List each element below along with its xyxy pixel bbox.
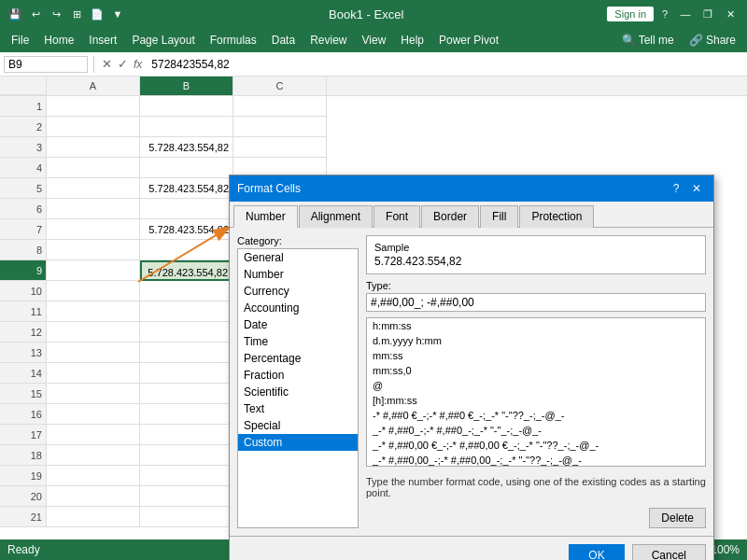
format-panel: Sample 5.728.423.554,82 Type: h:mm:ssd.m…	[366, 235, 706, 528]
type-item[interactable]: @	[367, 378, 705, 393]
dialog-help-button[interactable]: ?	[667, 179, 685, 198]
dialog-title: Format Cells	[237, 182, 301, 195]
down-icon[interactable]: ▼	[110, 7, 125, 21]
type-item[interactable]: [h]:mm:ss	[367, 393, 705, 408]
dialog-titlebar: Format Cells ? ✕	[230, 175, 713, 202]
category-item[interactable]: Text	[238, 400, 358, 417]
status-text: Ready	[7, 543, 40, 556]
category-item[interactable]: Percentage	[238, 350, 358, 367]
category-item[interactable]: Special	[238, 417, 358, 434]
category-item[interactable]: Date	[238, 316, 358, 333]
category-panel: Category: GeneralNumberCurrencyAccountin…	[237, 235, 359, 528]
tab-font[interactable]: Font	[374, 205, 420, 228]
type-list[interactable]: h:mm:ssd.m.yyyy h:mmmm:ssmm:ss,0@[h]:mm:…	[366, 317, 706, 467]
share-button[interactable]: 🔗 Share	[682, 31, 743, 49]
spreadsheet-area: A B C 1235.728.423.554,82455.728.423.554…	[0, 77, 747, 539]
save-icon[interactable]: 💾	[7, 7, 22, 21]
menu-insert[interactable]: Insert	[81, 31, 124, 49]
dialog-close-button[interactable]: ✕	[687, 179, 706, 198]
sign-in-button[interactable]: Sign in	[607, 7, 654, 21]
menu-file[interactable]: File	[4, 31, 36, 49]
tab-number[interactable]: Number	[233, 205, 298, 228]
category-item[interactable]: General	[238, 249, 358, 266]
tab-fill[interactable]: Fill	[480, 205, 518, 228]
tell-me-input[interactable]: 🔍 Tell me	[614, 31, 682, 49]
type-section: Type:	[366, 280, 706, 312]
category-item[interactable]: Custom	[238, 434, 358, 451]
title-bar-right: Sign in ? — ❐ ✕	[607, 5, 740, 23]
ok-button[interactable]: OK	[569, 544, 624, 560]
app-title: Book1 - Excel	[329, 7, 403, 21]
formula-icons: ✕ ✓ fx	[96, 57, 148, 71]
type-item[interactable]: d.m.yyyy h:mm	[367, 333, 705, 348]
tab-protection[interactable]: Protection	[519, 205, 594, 228]
dialog-controls: ? ✕	[667, 179, 706, 198]
title-bar: 💾 ↩ ↪ ⊞ 📄 ▼ Book1 - Excel Sign in ? — ❐ …	[0, 0, 747, 28]
menu-formulas[interactable]: Formulas	[203, 31, 264, 49]
dialog-footer: OK Cancel	[230, 536, 713, 560]
cancel-button[interactable]: Cancel	[632, 544, 706, 560]
menu-power-pivot[interactable]: Power Pivot	[431, 31, 506, 49]
type-item[interactable]: -* #,##0 €_-;-* #,##0 €_-;_-* "-"??_-;_-…	[367, 408, 705, 423]
undo-icon[interactable]: ↩	[28, 7, 43, 21]
category-item[interactable]: Time	[238, 333, 358, 350]
menu-data[interactable]: Data	[264, 31, 303, 49]
menu-page-layout[interactable]: Page Layout	[124, 31, 202, 49]
status-left: Ready	[7, 543, 40, 556]
type-item[interactable]: mm:ss	[367, 348, 705, 363]
type-input-row	[366, 293, 706, 312]
category-item[interactable]: Scientific	[238, 384, 358, 400]
close-button[interactable]: ✕	[721, 5, 740, 23]
tab-alignment[interactable]: Alignment	[299, 205, 373, 228]
cancel-formula-icon[interactable]: ✕	[100, 57, 114, 71]
delete-button[interactable]: Delete	[649, 508, 706, 528]
type-input[interactable]	[366, 293, 706, 312]
category-label: Category:	[237, 235, 359, 246]
formula-bar: ✕ ✓ fx	[0, 52, 747, 77]
dialog-tabs: Number Alignment Font Border Fill Protec…	[230, 202, 713, 228]
type-item[interactable]: _-* #,##0,00 €_-;-* #,##0,00 €_-;_-* "-"…	[367, 438, 705, 453]
formula-bar-separator	[93, 56, 94, 73]
desc-text: Type the number format code, using one o…	[366, 472, 706, 502]
apps-icon[interactable]: ⊞	[69, 7, 84, 21]
formula-input[interactable]	[148, 58, 747, 71]
redo-icon[interactable]: ↪	[49, 7, 63, 21]
menu-bar: File Home Insert Page Layout Formulas Da…	[0, 28, 747, 52]
format-cells-dialog: Format Cells ? ✕ Number Alignment Font B…	[229, 175, 714, 560]
tab-border[interactable]: Border	[421, 205, 479, 228]
category-list[interactable]: GeneralNumberCurrencyAccountingDateTimeP…	[237, 248, 359, 528]
menu-help[interactable]: Help	[393, 31, 431, 49]
type-label: Type:	[366, 280, 706, 291]
minimize-button[interactable]: —	[676, 5, 695, 23]
category-item[interactable]: Number	[238, 266, 358, 283]
restore-button[interactable]: ❐	[698, 5, 717, 23]
confirm-formula-icon[interactable]: ✓	[116, 57, 130, 71]
type-item[interactable]: _-* #,##0_-;-* #,##0_-;_-* "-"_-;_-@_-	[367, 423, 705, 438]
menu-home[interactable]: Home	[36, 31, 81, 49]
name-box[interactable]	[4, 56, 88, 73]
category-item[interactable]: Accounting	[238, 300, 358, 316]
type-item[interactable]: _-* #,##0,00_-;-* #,##0,00_-;_-* "-"??_-…	[367, 453, 705, 467]
category-item[interactable]: Currency	[238, 283, 358, 300]
help-icon[interactable]: ?	[657, 7, 672, 21]
category-item[interactable]: Fraction	[238, 367, 358, 384]
menu-review[interactable]: Review	[303, 31, 354, 49]
dialog-content: Category: GeneralNumberCurrencyAccountin…	[230, 228, 713, 536]
menu-view[interactable]: View	[355, 31, 394, 49]
dialog-overlay: Format Cells ? ✕ Number Alignment Font B…	[0, 77, 747, 539]
zoom-level: 100%	[711, 543, 740, 556]
type-item[interactable]: mm:ss,0	[367, 363, 705, 378]
type-item[interactable]: h:mm:ss	[367, 318, 705, 333]
title-bar-left: 💾 ↩ ↪ ⊞ 📄 ▼	[7, 7, 125, 21]
sample-label: Sample	[374, 242, 698, 253]
sample-box: Sample 5.728.423.554,82	[366, 235, 706, 274]
function-icon[interactable]: fx	[132, 57, 144, 71]
sample-value: 5.728.423.554,82	[374, 255, 698, 268]
file-icon[interactable]: 📄	[90, 7, 105, 21]
